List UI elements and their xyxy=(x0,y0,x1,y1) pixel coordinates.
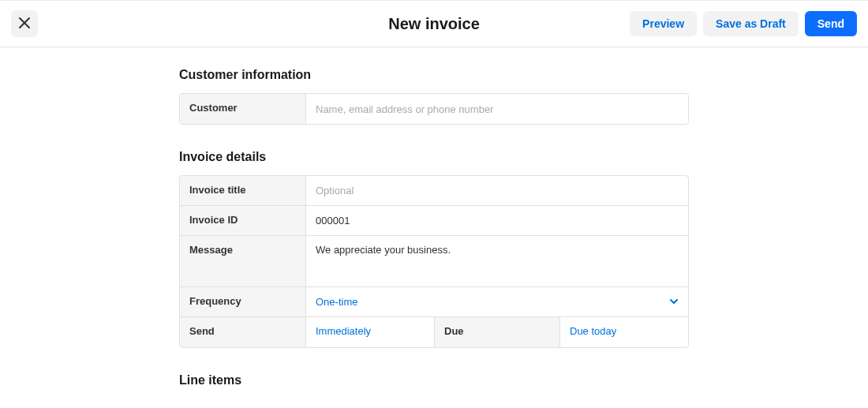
line-items-title: Line items xyxy=(179,373,689,387)
close-icon xyxy=(19,17,30,31)
due-value: Due today xyxy=(570,325,616,337)
invoice-title-label: Invoice title xyxy=(180,176,306,205)
close-button[interactable] xyxy=(11,10,38,37)
frequency-label: Frequency xyxy=(180,287,306,316)
line-items-section: Line items xyxy=(179,373,689,387)
send-value-select[interactable]: Immediately xyxy=(306,317,434,347)
frequency-row: Frequency One-time xyxy=(180,287,688,317)
due-label: Due xyxy=(434,317,560,347)
send-due-row: Send Immediately Due Due today xyxy=(180,317,688,347)
invoice-title-row: Invoice title xyxy=(180,176,688,206)
invoice-id-input[interactable] xyxy=(306,207,688,234)
invoice-title-input[interactable] xyxy=(306,177,688,204)
customer-section: Customer information Customer xyxy=(179,68,689,125)
frequency-value: One-time xyxy=(306,288,688,316)
customer-row: Customer xyxy=(180,94,688,124)
message-row: Message xyxy=(180,236,688,287)
customer-label: Customer xyxy=(180,94,306,124)
send-label: Send xyxy=(180,317,306,347)
invoice-id-label: Invoice ID xyxy=(180,206,306,235)
message-input[interactable] xyxy=(306,236,688,286)
invoice-id-row: Invoice ID xyxy=(180,206,688,236)
details-section-title: Invoice details xyxy=(179,150,689,164)
header-actions: Preview Save as Draft Send xyxy=(630,11,857,36)
preview-button[interactable]: Preview xyxy=(630,11,697,36)
content: Customer information Customer Invoice de… xyxy=(179,47,689,408)
save-draft-button[interactable]: Save as Draft xyxy=(703,11,799,36)
send-value: Immediately xyxy=(316,325,371,337)
page-title: New invoice xyxy=(388,15,480,33)
customer-section-title: Customer information xyxy=(179,68,689,82)
header: New invoice Preview Save as Draft Send xyxy=(0,0,868,47)
details-table: Invoice title Invoice ID Message Frequen… xyxy=(179,175,689,348)
send-button[interactable]: Send xyxy=(805,11,857,36)
customer-table: Customer xyxy=(179,93,689,125)
customer-input[interactable] xyxy=(306,95,688,123)
message-label: Message xyxy=(180,236,306,286)
due-value-select[interactable]: Due today xyxy=(560,317,688,347)
frequency-select[interactable]: One-time xyxy=(306,287,688,316)
details-section: Invoice details Invoice title Invoice ID… xyxy=(179,150,689,348)
